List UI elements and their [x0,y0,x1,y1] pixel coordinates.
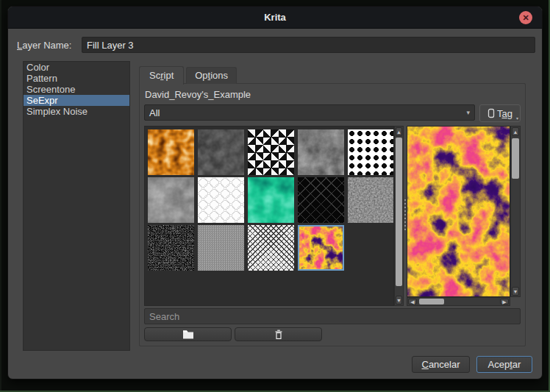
tag-filter-row: All ▾ Tag ▾ [144,104,521,122]
import-resource-button[interactable] [144,327,232,341]
preview-hscrollbar-thumb[interactable] [419,299,444,304]
generator-item-simplex-noise[interactable]: Simplex Noise [24,106,129,117]
generator-type-list: ColorPatternScreentoneSeExprSimplex Nois… [23,61,130,351]
scroll-left-icon[interactable]: ◀ [408,299,417,304]
preview-scrollbar-thumb[interactable] [512,138,519,179]
preview-vertical-scrollbar[interactable]: ▲ ▼ [510,126,521,297]
desktop-background: Krita ✕ Layer Name: ColorPatternScreento… [0,0,550,392]
resource-actions [144,327,521,341]
generator-item-seexpr[interactable]: SeExpr [24,95,129,106]
resource-gallery: ▲ ▼ ▲ ▼ ◀ [144,126,521,306]
search-row [144,308,521,324]
pattern-thumbnail-bw-triangles[interactable] [248,129,294,175]
chevron-down-icon: ▾ [466,109,470,116]
folder-icon [182,329,194,339]
generator-item-pattern[interactable]: Pattern [24,73,129,84]
pattern-preview-image[interactable] [407,126,510,297]
scroll-up-icon[interactable]: ▲ [512,127,519,136]
layer-name-input[interactable] [82,37,535,53]
preview-horizontal-scrollbar[interactable]: ◀ ▶ [407,297,510,306]
krita-dialog-window: Krita ✕ Layer Name: ColorPatternScreento… [7,6,543,379]
grid-vertical-scrollbar[interactable]: ▲ ▼ [394,126,404,306]
pattern-thumbnail-charcoal-swirls[interactable] [198,129,244,175]
pattern-thumbnail-fine-grain[interactable] [348,177,394,223]
menu-indicator-icon: ▾ [516,115,518,121]
tag-button-label: Tag [497,108,512,119]
tag-filter-value: All [149,107,160,118]
delete-resource-button[interactable] [235,327,322,341]
pattern-thumbnail-static-noise[interactable] [148,225,194,271]
tab-script[interactable]: Script [139,66,184,85]
window-title: Krita [264,12,286,23]
pattern-thumbnail-gray-dither[interactable] [198,225,244,271]
pattern-thumbnail-diagonal-dither[interactable] [248,225,294,271]
scroll-down-icon[interactable]: ▼ [396,296,402,304]
scroll-right-icon[interactable]: ▶ [500,299,509,304]
pattern-thumbnail-amber-cells[interactable] [148,129,194,175]
cancel-button[interactable]: Cancelar [412,356,470,373]
pattern-thumbnail-green-marble[interactable] [248,177,294,223]
tag-filter-combobox[interactable]: All ▾ [144,104,475,121]
preview-pane: ▲ ▼ ◀ ▶ [407,126,521,306]
generator-item-screentone[interactable]: Screentone [24,84,129,95]
tab-options[interactable]: Options [186,67,237,84]
pattern-thumbnail-gray-marble[interactable] [298,129,344,175]
layer-name-label: Layer Name: [17,40,82,51]
accept-button[interactable]: Aceptar [476,356,532,373]
script-tab-panel: David_Revoy's_Example All ▾ Tag ▾ [139,83,526,346]
pattern-thumbnail-ring-lattice[interactable] [198,177,244,223]
pattern-thumbnail-dark-maze[interactable] [298,177,344,223]
gallery-splitter-handle[interactable] [404,126,407,306]
scroll-up-icon[interactable]: ▲ [396,127,402,136]
tag-button[interactable]: Tag ▾ [479,104,521,122]
scroll-down-icon[interactable]: ▼ [512,287,519,296]
titlebar[interactable]: Krita ✕ [8,7,542,29]
trash-icon [274,329,283,340]
close-icon[interactable]: ✕ [519,11,532,24]
pattern-thumbnail-halftone-dots[interactable] [348,129,394,175]
pattern-grid [144,126,394,306]
search-input[interactable] [144,308,521,324]
pattern-thumbnail-magma[interactable] [298,225,344,271]
tab-bar: Script Options [139,66,237,84]
selected-resource-name: David_Revoy's_Example [145,89,521,100]
bookmark-icon [488,108,495,118]
generator-item-color[interactable]: Color [24,62,129,73]
layer-name-row: Layer Name: [17,37,535,53]
pattern-thumbnail-smoke-clouds[interactable] [148,177,194,223]
grid-scrollbar-thumb[interactable] [396,138,402,286]
